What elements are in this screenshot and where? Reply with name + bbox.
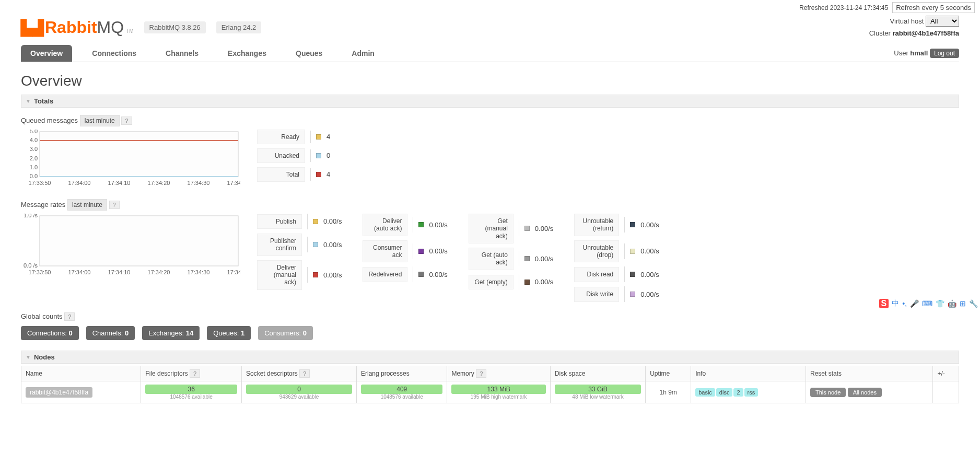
legend-value: 0.00/s	[323, 271, 342, 279]
legend-value: 0.00/s	[535, 225, 553, 233]
ime-lang-icon[interactable]: 中	[892, 299, 899, 308]
legend-swatch	[524, 256, 530, 261]
svg-rect-0	[40, 132, 238, 177]
refreshed-label: Refreshed 2023-11-24 17:34:45	[799, 4, 888, 11]
sogou-icon[interactable]: S	[879, 299, 889, 308]
tab-exchanges[interactable]: Exchanges	[218, 45, 276, 62]
node-name[interactable]: rabbit@4b1e47f58ffa	[26, 387, 92, 398]
count-consumers[interactable]: Consumers: 0	[258, 326, 313, 340]
legend-label: Consumer ack	[363, 240, 407, 263]
col-header: Socket descriptors ?	[241, 366, 356, 381]
ime-toolbar[interactable]: S 中 •, 🎤 ⌨ 👕 🤖 ⊞ 🔧	[877, 298, 980, 309]
legend-label: Unroutable (return)	[574, 214, 619, 236]
legend-value: 0.00/s	[535, 255, 553, 263]
col-header: Disk space	[550, 366, 645, 381]
cluster-label: Cluster	[869, 29, 891, 37]
tab-queues[interactable]: Queues	[286, 45, 332, 62]
metric-value: 36	[145, 385, 237, 394]
reset-button[interactable]: All nodes	[848, 388, 882, 397]
svg-text:17:34:40: 17:34:40	[227, 269, 240, 275]
tab-connections[interactable]: Connections	[83, 45, 146, 62]
legend-swatch	[418, 222, 424, 227]
legend-swatch	[313, 242, 318, 247]
logo: ▙▟ RabbitMQ TM	[21, 18, 134, 37]
help-icon[interactable]: ?	[64, 312, 75, 321]
queued-messages-chart: 0.01.02.03.04.05.017:33:5017:34:0017:34:…	[21, 130, 240, 189]
legend-swatch	[316, 153, 321, 158]
svg-text:17:33:50: 17:33:50	[29, 180, 51, 186]
svg-text:17:34:00: 17:34:00	[68, 180, 91, 186]
legend-label: Unacked	[257, 148, 305, 163]
time-range-select[interactable]: last minute	[80, 115, 120, 126]
legend-label: Publish	[257, 214, 302, 229]
legend-label: Deliver (manual ack)	[257, 260, 302, 290]
chevron-down-icon: ▼	[26, 354, 31, 360]
rabbitmq-version: RabbitMQ 3.8.26	[144, 21, 206, 33]
metric-value: 0	[246, 385, 352, 394]
refresh-interval-select[interactable]: Refresh every 5 seconds	[892, 2, 975, 13]
count-queues[interactable]: Queues: 1	[207, 326, 251, 340]
message-rates-label: Message rates	[21, 201, 65, 208]
ime-punct-icon[interactable]: •,	[902, 299, 907, 308]
ime-mic-icon[interactable]: 🎤	[910, 299, 919, 308]
legend-label: Unroutable (drop)	[574, 240, 619, 263]
legend-swatch	[418, 272, 424, 277]
tab-overview[interactable]: Overview	[21, 45, 72, 62]
help-icon[interactable]: ?	[190, 369, 200, 378]
svg-rect-16	[40, 216, 238, 266]
ime-keyboard-icon[interactable]: ⌨	[922, 299, 932, 308]
legend-value: 4	[326, 170, 330, 178]
legend-value: 0.00/s	[323, 241, 342, 249]
erlang-version: Erlang 24.2	[216, 21, 262, 33]
legend-label: Disk read	[574, 267, 619, 282]
svg-text:1.0 /s: 1.0 /s	[24, 214, 38, 218]
virtual-host-select[interactable]: All	[926, 16, 959, 27]
info-tag: rss	[744, 388, 759, 397]
col-header: Reset stats	[806, 366, 933, 381]
legend-value: 0.00/s	[429, 221, 447, 229]
chevron-down-icon: ▼	[26, 98, 31, 104]
count-connections[interactable]: Connections: 0	[21, 326, 79, 340]
reset-button[interactable]: This node	[810, 388, 846, 397]
legend-swatch	[524, 226, 530, 231]
ime-grid-icon[interactable]: ⊞	[960, 299, 966, 308]
legend-label: Publisher confirm	[257, 234, 302, 256]
ime-skin-icon[interactable]: 👕	[936, 299, 944, 308]
tab-admin[interactable]: Admin	[342, 45, 384, 62]
metric-value: 133 MiB	[451, 385, 545, 394]
col-header: +/-	[933, 366, 959, 381]
ime-robot-icon[interactable]: 🤖	[948, 299, 956, 308]
count-exchanges[interactable]: Exchanges: 14	[142, 326, 200, 340]
svg-text:17:34:30: 17:34:30	[188, 269, 210, 275]
col-header: Name	[21, 366, 141, 381]
section-nodes[interactable]: ▼ Nodes	[21, 351, 959, 364]
col-header: Erlang processes	[356, 366, 447, 381]
legend-label: Get (auto ack)	[469, 248, 514, 270]
legend-value: 4	[326, 133, 330, 141]
legend-label: Get (manual ack)	[469, 214, 514, 243]
count-channels[interactable]: Channels: 0	[86, 326, 135, 340]
svg-text:0.0 /s: 0.0 /s	[24, 262, 38, 269]
svg-text:17:34:30: 17:34:30	[188, 180, 210, 186]
section-totals[interactable]: ▼ Totals	[21, 95, 959, 108]
ime-tool-icon[interactable]: 🔧	[969, 299, 978, 308]
metric-value: 33 GiB	[555, 385, 641, 394]
help-icon[interactable]: ?	[121, 117, 132, 125]
legend-label: Disk write	[574, 287, 619, 301]
legend-label: Deliver (auto ack)	[363, 214, 407, 236]
nodes-table: NameFile descriptors ?Socket descriptors…	[21, 366, 959, 403]
logout-button[interactable]: Log out	[930, 49, 959, 58]
user-name: hmall	[910, 49, 928, 57]
help-icon[interactable]: ?	[109, 201, 120, 209]
legend-value: 0.00/s	[535, 278, 553, 286]
svg-text:4.0: 4.0	[30, 137, 38, 143]
col-header: Memory ?	[447, 366, 550, 381]
tab-channels[interactable]: Channels	[156, 45, 208, 62]
svg-text:5.0: 5.0	[30, 130, 38, 134]
help-icon[interactable]: ?	[299, 369, 310, 378]
legend-label: Total	[257, 167, 305, 182]
help-icon[interactable]: ?	[476, 369, 486, 378]
legend-value: 0.00/s	[640, 221, 659, 229]
time-range-select-2[interactable]: last minute	[67, 199, 107, 211]
svg-text:17:34:40: 17:34:40	[227, 180, 240, 186]
